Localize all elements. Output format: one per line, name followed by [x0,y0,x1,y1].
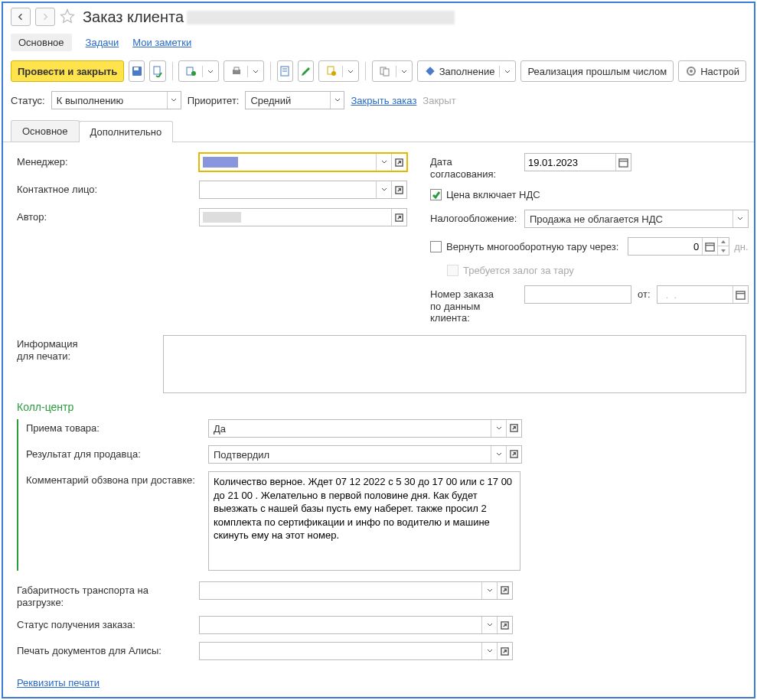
create-based-on-button[interactable] [178,60,219,82]
copy-button[interactable] [372,60,413,82]
view-main[interactable]: Основное [11,34,72,51]
transport-label: Габаритность транспорта на разгрузке: [17,581,193,608]
svg-point-4 [191,71,196,76]
price-vat-checkbox[interactable] [430,189,442,200]
chevron-down-icon[interactable] [499,66,515,77]
svg-rect-13 [383,69,389,76]
open-icon[interactable] [506,446,521,463]
receive-label: Приема товара: [26,419,202,435]
post-button[interactable] [149,60,165,82]
tax-select[interactable]: Продажа не облагается НДС [524,210,749,228]
chevron-down-icon[interactable] [481,617,497,633]
client-order-no-label: Номер заказапо данным клиента: [430,285,518,324]
tax-label: Налогообложение: [430,210,518,225]
chevron-down-icon[interactable] [247,66,263,77]
author-redacted [203,212,241,223]
edit-button[interactable] [298,60,314,82]
price-vat-label: Цена включает НДС [446,189,540,200]
alice-docs-select[interactable] [199,642,513,660]
deposit-label: Требуется залог за тару [463,265,574,276]
open-icon[interactable] [497,643,512,659]
return-tara-label: Вернуть многооборотную тару через: [446,241,618,252]
tab-main[interactable]: Основное [11,120,80,142]
seller-result-label: Результат для продавца: [26,445,202,461]
open-icon[interactable] [391,154,406,171]
delivery-comment-textarea[interactable]: Количество верное. Ждет 07 12 2022 с 5 3… [208,471,520,571]
forward-button[interactable] [35,8,55,26]
chevron-down-icon[interactable] [167,92,181,109]
order-status-select[interactable] [199,616,513,634]
close-order-link[interactable]: Закрыть заказ [351,95,416,106]
return-tara-value[interactable] [628,237,729,256]
receive-select[interactable]: Да [208,419,522,438]
days-label: дн. [734,241,748,252]
chevron-down-icon[interactable] [202,66,218,77]
svg-rect-2 [154,67,160,74]
deposit-checkbox [447,265,458,276]
realization-button[interactable]: Реализация прошлым числом [520,60,674,82]
seller-result-select[interactable]: Подтвердил [208,445,522,464]
svg-rect-6 [234,67,239,70]
author-label: Автор: [17,208,193,223]
chevron-down-icon[interactable] [481,582,497,599]
calendar-icon[interactable] [702,238,717,255]
order-status-label: Статус получения заказа: [17,616,193,631]
contact-input[interactable] [199,181,407,199]
print-info-textarea[interactable] [163,335,746,393]
contact-label: Контактное лицо: [17,181,193,196]
chevron-down-icon[interactable] [396,66,412,77]
post-and-close-button[interactable]: Провести и закрыть [11,60,124,82]
call-center-title: Колл-центр [17,401,746,413]
calendar-icon[interactable] [615,154,631,171]
tab-additional[interactable]: Дополнительно [79,121,174,142]
from-label: от: [638,285,651,300]
return-tara-checkbox[interactable] [430,241,442,252]
calendar-icon[interactable] [733,286,748,303]
author-input[interactable] [199,208,407,226]
client-order-date-input[interactable] [657,285,749,304]
attachments-button[interactable] [318,60,359,82]
chevron-down-icon[interactable] [376,181,391,198]
reports-button[interactable] [277,60,293,82]
svg-point-15 [690,70,693,73]
priority-label: Приоритет: [188,95,240,106]
agree-date-input[interactable] [524,153,631,171]
status-select[interactable]: К выполнению [51,91,181,109]
svg-rect-21 [706,243,714,251]
chevron-down-icon[interactable] [376,154,391,171]
manager-label: Менеджер: [17,153,193,168]
open-icon[interactable] [497,617,512,633]
open-icon[interactable] [391,181,406,198]
save-button[interactable] [129,60,145,82]
svg-rect-19 [619,158,628,166]
view-tasks[interactable]: Задачи [86,37,119,48]
settings-button[interactable]: Настрой [678,60,746,82]
transport-select[interactable] [199,581,513,600]
page-title: Заказ клиента [83,8,455,26]
chevron-down-icon[interactable] [733,210,748,227]
open-icon[interactable] [506,420,521,437]
delivery-comment-label: Комментарий обзвона при доставке: [26,471,202,487]
spinner[interactable] [717,238,729,255]
star-icon[interactable] [60,8,75,26]
chevron-down-icon[interactable] [481,643,497,659]
manager-input[interactable] [199,153,407,171]
print-button[interactable] [224,60,264,82]
status-label: Статус: [11,95,45,106]
print-requisites-link[interactable]: Реквизиты печати [17,677,100,689]
chevron-down-icon[interactable] [330,92,344,109]
svg-point-11 [331,71,336,76]
chevron-down-icon[interactable] [491,446,506,463]
open-icon[interactable] [497,582,512,599]
view-notes[interactable]: Мои заметки [132,37,191,48]
fill-button[interactable]: Заполнение [417,60,517,82]
manager-redacted [203,157,238,168]
chevron-down-icon[interactable] [491,420,506,437]
svg-rect-23 [736,291,744,299]
chevron-down-icon[interactable] [342,66,358,77]
back-button[interactable] [11,8,31,26]
open-icon[interactable] [391,209,406,226]
client-order-no-input[interactable] [524,285,631,304]
closed-label: Закрыт [423,95,455,106]
priority-select[interactable]: Средний [245,91,344,109]
